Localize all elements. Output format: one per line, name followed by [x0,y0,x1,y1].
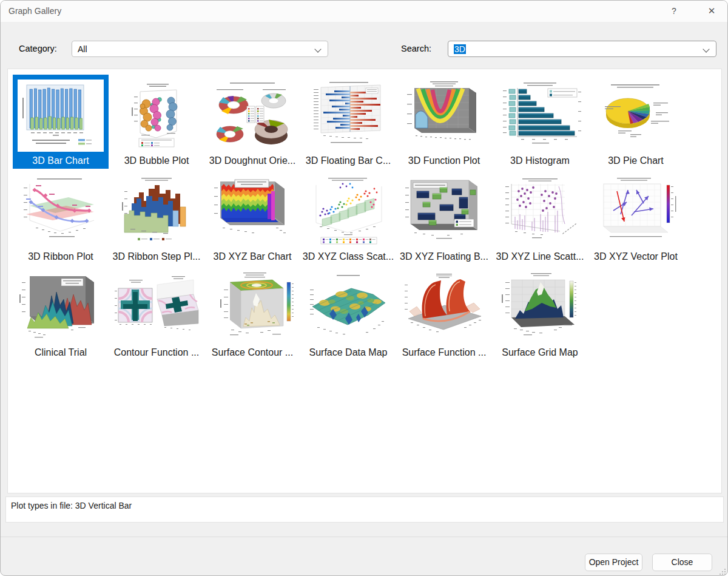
3d-ribbon-plot-thumbnail [18,175,104,248]
3d-xyz-line-scatter-thumbnail [497,175,583,248]
gallery-item-3d-xyz-class-scatter[interactable]: 3D XYZ Class Scat... [300,171,396,265]
chevron-down-icon [703,46,709,52]
gallery-grid: 3D Bar Chart [8,69,721,362]
clinical-trial-thumbnail [18,271,104,344]
3d-xyz-vector-plot-thumbnail [593,175,679,248]
gallery-item-label: Surface Function ... [402,345,487,361]
category-dropdown[interactable]: All [72,41,328,57]
3d-xyz-class-scatter-thumbnail [305,175,391,248]
category-label: Category: [19,41,57,57]
category-value: All [78,44,87,54]
surface-function-thumbnail [401,271,487,344]
gallery-item-label: 3D XYZ Line Scatt... [496,249,584,265]
close-button[interactable]: Close [652,554,712,571]
3d-xyz-floating-bar-thumbnail [401,175,487,248]
gallery-item-3d-pie-chart[interactable]: 3D Pie Chart [588,75,684,169]
status-bar: Plot types in file: 3D Vertical Bar [5,496,724,523]
gallery-item-label: 3D Pie Chart [608,153,664,169]
gallery-item-label: Contour Function ... [114,345,200,361]
chevron-down-icon [314,46,321,52]
gallery-item-label: 3D Doughnut Orie... [209,153,295,169]
gallery-item-surface-contour[interactable]: Surface Contour ... [204,266,300,361]
3d-bubble-plot-thumbnail [113,80,200,152]
gallery-item-label: 3D Function Plot [408,153,480,169]
gallery-item-label: 3D XYZ Bar Chart [214,249,292,265]
gallery-item-label: 3D Bar Chart [32,153,89,169]
search-input[interactable]: 3D [448,41,716,57]
gallery-item-3d-bar-chart[interactable]: 3D Bar Chart [13,75,109,169]
gallery-item-label: Surface Data Map [309,345,388,361]
3d-pie-chart-thumbnail [593,80,679,152]
gallery-item-surface-data-map[interactable]: Surface Data Map [300,266,396,361]
footer-divider [1,537,728,537]
close-icon[interactable]: ✕ [701,1,723,22]
gallery-panel: 3D Bar Chart [7,69,722,493]
status-text: Plot types in file: 3D Vertical Bar [11,501,132,510]
gallery-item-surface-grid-map[interactable]: Surface Grid Map [492,266,588,361]
graph-gallery-dialog: Graph Gallery ? ✕ Category: All Search: … [0,0,728,576]
search-value-selected-text: 3D [454,44,466,54]
gallery-item-3d-ribbon-step-plot[interactable]: 3D Ribbon Step Pl... [109,171,204,265]
gallery-item-label: 3D Histogram [510,153,570,169]
gallery-item-3d-histogram[interactable]: 3D Histogram [492,75,588,169]
gallery-item-surface-function[interactable]: Surface Function ... [396,266,492,361]
gallery-item-3d-function-plot[interactable]: 3D Function Plot [396,75,492,169]
gallery-item-3d-xyz-line-scatter[interactable]: 3D XYZ Line Scatt... [492,171,588,265]
3d-bar-chart-thumbnail [18,80,104,152]
search-label: Search: [401,41,431,57]
title-bar: Graph Gallery ? ✕ [1,1,727,22]
3d-ribbon-step-plot-thumbnail [113,175,200,248]
open-project-button[interactable]: Open Project [585,554,642,571]
3d-function-plot-thumbnail [401,80,487,152]
gallery-item-3d-xyz-floating-bar[interactable]: 3D XYZ Floating B... [396,171,492,265]
gallery-item-3d-xyz-bar-chart[interactable]: 3D XYZ Bar Chart [204,171,300,265]
3d-histogram-thumbnail [497,80,583,152]
gallery-item-label: Surface Grid Map [502,345,578,361]
3d-floating-bar-thumbnail [305,80,391,152]
gallery-item-contour-function[interactable]: Contour Function ... [109,266,204,361]
gallery-item-label: 3D Ribbon Step Pl... [113,249,201,265]
gallery-item-label: 3D Floating Bar C... [306,153,391,169]
3d-doughnut-thumbnail [209,80,295,152]
gallery-item-label: 3D XYZ Vector Plot [594,249,678,265]
surface-grid-map-thumbnail [497,271,583,344]
gallery-item-label: Surface Contour ... [212,345,293,361]
resize-grip-icon[interactable] [719,568,726,575]
3d-xyz-bar-chart-thumbnail [209,175,295,248]
gallery-item-3d-floating-bar[interactable]: 3D Floating Bar C... [300,75,396,169]
gallery-item-label: Clinical Trial [35,345,87,361]
help-icon[interactable]: ? [663,1,685,22]
dialog-title: Graph Gallery [8,1,61,22]
contour-function-thumbnail [113,271,200,344]
gallery-item-clinical-trial[interactable]: Clinical Trial [13,266,109,361]
gallery-item-label: 3D Bubble Plot [124,153,189,169]
gallery-item-3d-ribbon-plot[interactable]: 3D Ribbon Plot [13,171,109,265]
gallery-item-label: 3D Ribbon Plot [28,249,93,265]
gallery-item-label: 3D XYZ Class Scat... [303,249,394,265]
gallery-item-3d-xyz-vector-plot[interactable]: 3D XYZ Vector Plot [588,171,684,265]
gallery-item-3d-doughnut[interactable]: 3D Doughnut Orie... [204,75,300,169]
gallery-item-3d-bubble-plot[interactable]: 3D Bubble Plot [109,75,204,169]
gallery-item-label: 3D XYZ Floating B... [400,249,488,265]
surface-data-map-thumbnail [305,271,391,344]
surface-contour-thumbnail [209,271,295,344]
